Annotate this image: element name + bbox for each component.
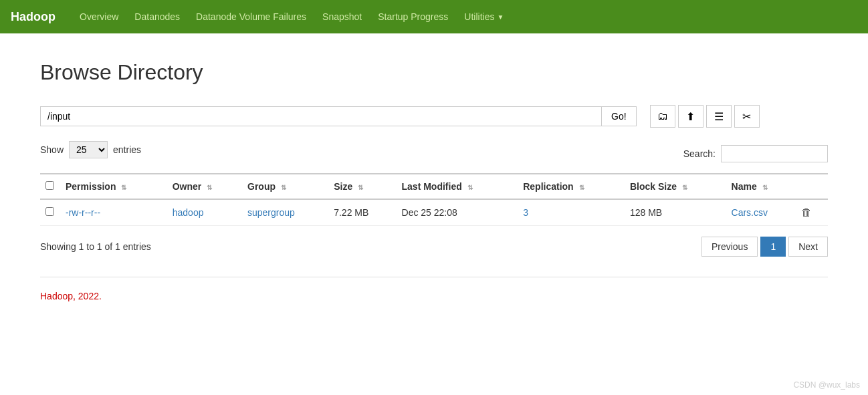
row-checkbox[interactable]	[45, 207, 54, 216]
th-group: Group ⇅	[242, 174, 328, 199]
next-button[interactable]: Next	[788, 237, 828, 257]
owner-link[interactable]: hadoop	[173, 207, 204, 218]
brand-logo: Hadoop	[11, 10, 56, 24]
table-row: -rw-r--r-- hadoop supergroup 7.22 MB Dec…	[40, 199, 828, 226]
sort-icon-owner[interactable]: ⇅	[207, 184, 212, 191]
page-title: Browse Directory	[40, 60, 828, 85]
nav-link-datanode-volume-failures[interactable]: Datanode Volume Failures	[188, 0, 314, 33]
footer-divider	[40, 277, 828, 277]
entries-select[interactable]: 10 25 50 100	[69, 141, 108, 158]
row-group: supergroup	[242, 199, 328, 226]
path-bar: Go! 🗂 ⬆ ☰ ✂	[40, 105, 828, 128]
th-replication: Replication ⇅	[518, 174, 625, 199]
permission-link[interactable]: -rw-r--r--	[66, 207, 100, 218]
show-entries: Show 10 25 50 100 entries	[40, 141, 141, 158]
navbar: Hadoop Overview Datanodes Datanode Volum…	[0, 0, 868, 33]
select-all-checkbox[interactable]	[45, 181, 54, 190]
table-header-row: Permission ⇅ Owner ⇅ Group ⇅ Size ⇅ Last…	[40, 174, 828, 199]
previous-button[interactable]: Previous	[701, 237, 758, 257]
footer-text: Hadoop, 2022.	[40, 291, 828, 301]
th-last-modified: Last Modified ⇅	[397, 174, 518, 199]
sort-icon-size[interactable]: ⇅	[358, 184, 363, 191]
search-input[interactable]	[721, 145, 828, 162]
search-label: Search:	[683, 148, 716, 159]
chevron-down-icon: ▼	[497, 13, 504, 21]
th-size: Size ⇅	[328, 174, 396, 199]
sort-icon-permission[interactable]: ⇅	[121, 184, 126, 191]
row-replication: 3	[518, 199, 625, 226]
upload-icon: ⬆	[686, 110, 695, 123]
nav-link-startup-progress[interactable]: Startup Progress	[370, 0, 456, 33]
sort-icon-name[interactable]: ⇅	[762, 184, 768, 191]
th-permission: Permission ⇅	[60, 174, 167, 199]
sort-icon-last-modified[interactable]: ⇅	[467, 184, 473, 191]
file-table: Permission ⇅ Owner ⇅ Group ⇅ Size ⇅ Last…	[40, 173, 828, 226]
go-button[interactable]: Go!	[602, 106, 637, 126]
row-delete: 🗑	[796, 199, 828, 226]
search-bar: Search:	[141, 145, 828, 162]
pagination: Previous 1 Next	[701, 237, 828, 257]
file-link[interactable]: Cars.csv	[732, 207, 768, 218]
th-name: Name ⇅	[726, 174, 796, 199]
th-actions	[796, 174, 828, 199]
row-block-size: 128 MB	[625, 199, 726, 226]
folder-icon: 🗂	[657, 110, 668, 122]
row-permission: -rw-r--r--	[60, 199, 167, 226]
table-controls: Show 10 25 50 100 entries Search:	[40, 141, 828, 166]
row-name: Cars.csv	[726, 199, 796, 226]
row-checkbox-cell	[40, 199, 60, 226]
upload-icon-button[interactable]: ⬆	[678, 105, 703, 128]
entries-label: entries	[113, 144, 141, 155]
row-owner: hadoop	[167, 199, 242, 226]
th-block-size: Block Size ⇅	[625, 174, 726, 199]
sort-icon-group[interactable]: ⇅	[281, 184, 286, 191]
select-all-header	[40, 174, 60, 199]
pagination-summary: Showing 1 to 1 of 1 entries	[40, 241, 151, 252]
row-last-modified: Dec 25 22:08	[397, 199, 518, 226]
nav-link-overview[interactable]: Overview	[72, 0, 126, 33]
sort-icon-replication[interactable]: ⇅	[579, 184, 584, 191]
show-label: Show	[40, 144, 64, 155]
scissors-icon: ✂	[742, 110, 751, 123]
action-buttons: 🗂 ⬆ ☰ ✂	[650, 105, 760, 128]
scissors-icon-button[interactable]: ✂	[734, 105, 760, 128]
group-link[interactable]: supergroup	[247, 207, 295, 218]
row-size: 7.22 MB	[328, 199, 396, 226]
folder-icon-button[interactable]: 🗂	[650, 105, 675, 128]
list-icon-button[interactable]: ☰	[706, 105, 732, 128]
replication-link[interactable]: 3	[523, 207, 528, 218]
nav-link-snapshot[interactable]: Snapshot	[314, 0, 370, 33]
page-1-button[interactable]: 1	[760, 237, 786, 257]
sort-icon-block-size[interactable]: ⇅	[682, 184, 687, 191]
pagination-row: Showing 1 to 1 of 1 entries Previous 1 N…	[40, 237, 828, 257]
list-icon: ☰	[714, 110, 724, 123]
nav-link-datanodes[interactable]: Datanodes	[126, 0, 188, 33]
nav-utilities-dropdown[interactable]: Utilities ▼	[456, 11, 512, 22]
delete-icon[interactable]: 🗑	[801, 207, 812, 218]
path-input[interactable]	[40, 106, 602, 126]
th-owner: Owner ⇅	[167, 174, 242, 199]
main-content: Browse Directory Go! 🗂 ⬆ ☰ ✂ Show 10 25	[0, 33, 868, 328]
